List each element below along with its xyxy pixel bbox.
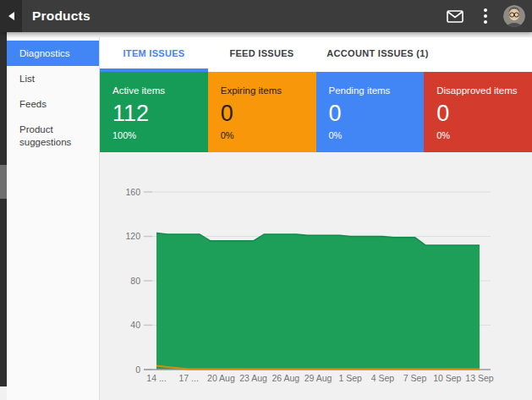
svg-text:4 Sep: 4 Sep: [371, 373, 395, 383]
svg-text:160: 160: [125, 187, 140, 197]
svg-text:26 Aug: 26 Aug: [271, 373, 299, 383]
svg-text:29 Aug: 29 Aug: [304, 373, 332, 383]
card-value: 0: [436, 101, 519, 127]
page-title: Products: [32, 8, 90, 24]
more-options-button[interactable]: [478, 0, 493, 32]
svg-text:120: 120: [125, 231, 140, 241]
card-title: Pending items: [329, 85, 412, 96]
user-avatar[interactable]: [503, 5, 525, 27]
card-value: 0: [329, 101, 412, 127]
card-percent: 0%: [436, 130, 519, 140]
back-button[interactable]: [0, 0, 22, 32]
sidebar-item-list[interactable]: List: [7, 66, 99, 91]
collapsed-nav-rail: [0, 32, 7, 386]
svg-text:20 Aug: 20 Aug: [207, 373, 235, 383]
svg-text:1 Sep: 1 Sep: [338, 373, 362, 383]
card-pending-items[interactable]: Pending items 0 0%: [316, 72, 425, 152]
svg-text:0: 0: [135, 364, 140, 375]
mail-button[interactable]: [442, 0, 468, 32]
issues-tab-bar: ITEM ISSUES FEED ISSUES ACCOUNT ISSUES (…: [100, 37, 532, 72]
card-active-items[interactable]: Active items 112 100%: [100, 72, 208, 152]
svg-text:10 Sep: 10 Sep: [433, 373, 461, 383]
card-percent: 100%: [112, 130, 195, 140]
card-percent: 0%: [329, 130, 412, 140]
svg-text:80: 80: [130, 276, 140, 286]
tab-feed-issues[interactable]: FEED ISSUES: [208, 37, 315, 68]
card-title: Active items: [112, 85, 195, 96]
merchant-center-products-page: { "header": { "title": "Products", "icon…: [0, 0, 532, 400]
sidebar-item-feeds[interactable]: Feeds: [7, 91, 99, 117]
card-disapproved-items[interactable]: Disapproved items 0 0%: [424, 72, 532, 152]
kebab-menu-icon: [484, 8, 487, 12]
svg-text:14 ...: 14 ...: [146, 373, 166, 383]
svg-text:23 Aug: 23 Aug: [239, 373, 267, 383]
sidebar-item-diagnostics[interactable]: Diagnostics: [7, 41, 99, 66]
avatar-photo-icon: [503, 5, 525, 27]
area-chart-canvas: 0408012016014 ...17 ...20 Aug23 Aug26 Au…: [100, 156, 532, 400]
svg-text:7 Sep: 7 Sep: [403, 373, 427, 383]
svg-text:40: 40: [130, 320, 140, 330]
card-value: 112: [112, 101, 195, 127]
sidebar-nav: Diagnostics List Feeds Product suggestio…: [7, 37, 100, 400]
card-title: Disapproved items: [436, 85, 519, 96]
tab-account-issues[interactable]: ACCOUNT ISSUES (1): [315, 37, 440, 68]
mail-envelope-icon: [447, 10, 463, 23]
tab-item-issues[interactable]: ITEM ISSUES: [100, 37, 208, 68]
card-value: 0: [221, 101, 304, 127]
card-expiring-items[interactable]: Expiring items 0 0%: [208, 72, 316, 152]
card-percent: 0%: [221, 130, 304, 140]
svg-text:13 Sep: 13 Sep: [465, 373, 493, 383]
items-history-chart: 0408012016014 ...17 ...20 Aug23 Aug26 Au…: [100, 156, 532, 400]
back-arrow-icon: [8, 12, 14, 20]
app-bar: Products: [0, 0, 532, 32]
sidebar-item-product-suggestions[interactable]: Product suggestions: [7, 117, 99, 156]
card-title: Expiring items: [221, 85, 304, 96]
summary-cards-row: Active items 112 100% Expiring items 0 0…: [100, 72, 532, 152]
rail-scrollbar-thumb[interactable]: [0, 165, 7, 199]
svg-text:17 ...: 17 ...: [179, 373, 199, 383]
